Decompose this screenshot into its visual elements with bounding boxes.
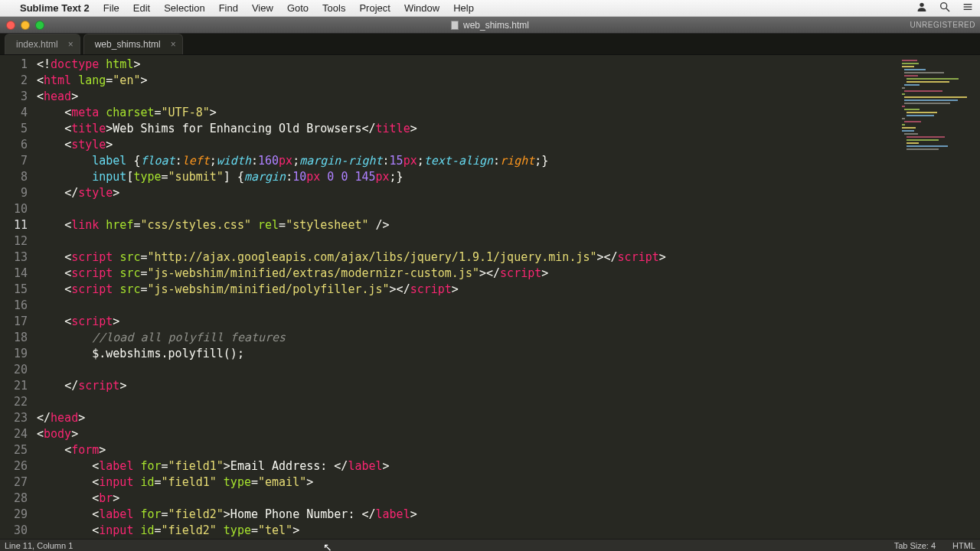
status-bar: Line 11, Column 1 Tab Size: 4 HTML — [0, 539, 980, 551]
syntax-mode[interactable]: HTML — [952, 541, 975, 550]
close-window-button[interactable] — [6, 21, 15, 30]
menu-selection[interactable]: Selection — [164, 2, 204, 14]
cursor-position: Line 11, Column 1 — [5, 541, 73, 550]
menu-file[interactable]: File — [103, 2, 119, 14]
menu-view[interactable]: View — [252, 2, 273, 14]
search-icon[interactable] — [939, 1, 951, 15]
menu-help[interactable]: Help — [453, 2, 474, 14]
document-icon — [451, 21, 459, 30]
minimap[interactable] — [896, 55, 980, 539]
window-title-text: web_shims.html — [463, 20, 529, 31]
svg-line-2 — [946, 8, 949, 11]
tab-web-shims-html[interactable]: web_shims.html × — [83, 34, 183, 54]
svg-point-1 — [941, 3, 947, 9]
mac-menubar: Sublime Text 2 File Edit Selection Find … — [0, 0, 980, 17]
code-area[interactable]: <!doctype html><html lang="en"><head> <m… — [37, 55, 896, 539]
close-icon[interactable]: × — [171, 39, 176, 50]
line-number-gutter: 1234567891011121314151617181920212223242… — [0, 55, 37, 539]
menu-goto[interactable]: Goto — [287, 2, 309, 14]
menu-edit[interactable]: Edit — [133, 2, 150, 14]
tab-label: web_shims.html — [95, 39, 161, 50]
minimize-window-button[interactable] — [21, 21, 30, 30]
window-titlebar: web_shims.html UNREGISTERED — [0, 17, 980, 34]
tab-index-html[interactable]: index.html × — [5, 34, 80, 54]
app-name[interactable]: Sublime Text 2 — [20, 2, 90, 14]
menu-icon[interactable] — [962, 1, 974, 15]
close-icon[interactable]: × — [68, 39, 74, 50]
editor[interactable]: 1234567891011121314151617181920212223242… — [0, 55, 980, 539]
menu-project[interactable]: Project — [359, 2, 390, 14]
user-icon[interactable] — [916, 1, 928, 15]
svg-point-0 — [920, 3, 923, 7]
window-title: web_shims.html — [451, 20, 529, 31]
tab-label: index.html — [16, 39, 58, 50]
tab-size[interactable]: Tab Size: 4 — [894, 541, 936, 550]
tab-bar: index.html × web_shims.html × — [0, 34, 980, 55]
zoom-window-button[interactable] — [35, 21, 44, 30]
unregistered-label: UNREGISTERED — [910, 21, 975, 29]
menu-window[interactable]: Window — [404, 2, 439, 14]
menu-tools[interactable]: Tools — [322, 2, 345, 14]
menu-find[interactable]: Find — [219, 2, 238, 14]
